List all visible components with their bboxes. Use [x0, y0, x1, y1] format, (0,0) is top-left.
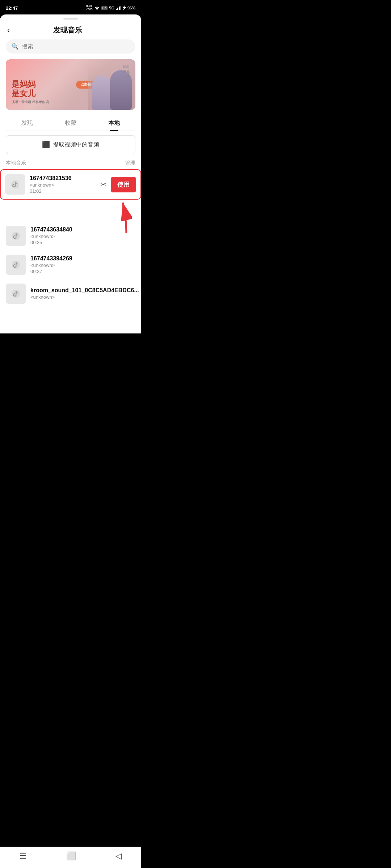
search-input[interactable] — [22, 43, 130, 50]
extract-audio-button[interactable]: ⬛ 提取视频中的音频 — [6, 135, 135, 154]
signal-5g: 5G — [109, 6, 114, 10]
speed-indicator: 8.00 KB/S — [86, 5, 93, 11]
thumbnail-4 — [6, 284, 26, 304]
red-arrow-icon — [103, 199, 132, 235]
music-artist-1: <unknown> — [30, 182, 96, 188]
battery-percent: 96% — [127, 6, 135, 10]
banner-title-line2: 是女儿 — [12, 89, 130, 98]
music-duration-2: 00:35 — [30, 240, 135, 245]
back-button[interactable]: ‹ — [7, 26, 10, 34]
music-duration-1: 01:02 — [30, 188, 96, 194]
thumbnail-1 — [5, 174, 25, 195]
section-title: 本地音乐 — [6, 160, 26, 166]
search-icon: 🔍 — [12, 43, 19, 50]
music-title-3: 1674743394269 — [30, 255, 135, 262]
search-bar[interactable]: 🔍 — [6, 39, 135, 54]
cut-icon-1[interactable]: ✂ — [100, 180, 106, 189]
page-title: 发现音乐 — [10, 25, 125, 35]
tab-favorites[interactable]: 收藏 — [49, 116, 92, 131]
tab-discover[interactable]: 发现 — [6, 116, 49, 131]
music-info-4: kroom_sound_101_0C8C5AD4EBDC6... <unknow… — [30, 287, 135, 301]
music-item-3[interactable]: 1674743394269 <unknown> 00:37 — [6, 250, 135, 279]
music-duration-3: 00:37 — [30, 269, 135, 274]
sheet-container: ‹ 发现音乐 🔍 词曲 唐笺 佰蕾 是妈妈 是女儿 演唱：黄绮珊 希林娜依·高 … — [0, 14, 141, 333]
music-title-1: 1674743821536 — [30, 175, 96, 182]
banner-song-info-3: 佰蕾 — [123, 75, 130, 78]
tiktok-icon-4 — [10, 288, 22, 299]
music-list: 1674743821536 <unknown> 01:02 ✂ 使用 — [0, 169, 141, 308]
tiktok-icon-1 — [9, 179, 21, 190]
bottom-spacer — [0, 308, 141, 333]
charging-icon — [122, 5, 126, 10]
music-artist-3: <unknown> — [30, 263, 135, 268]
music-title-4: kroom_sound_101_0C8C5AD4EBDC6... — [30, 287, 135, 294]
section-header: 本地音乐 管理 — [0, 160, 141, 169]
music-artist-4: <unknown> — [30, 294, 135, 300]
extract-icon: ⬛ — [42, 141, 50, 149]
music-item-1[interactable]: 1674743821536 <unknown> 01:02 ✂ 使用 — [0, 169, 141, 200]
tab-bar: 发现 收藏 本地 — [6, 116, 135, 131]
status-time: 22:47 — [6, 5, 18, 11]
banner-song-info-1: 词曲 — [123, 65, 130, 69]
music-actions-1: ✂ 使用 — [100, 177, 136, 192]
banner-subtitle: 演唱：黄绮珊 希林娜依·高 — [12, 100, 130, 105]
hd-badge: HD — [101, 6, 108, 10]
music-info-3: 1674743394269 <unknown> 00:37 — [30, 255, 135, 274]
banner[interactable]: 词曲 唐笺 佰蕾 是妈妈 是女儿 演唱：黄绮珊 希林娜依·高 点击拍摄 — [6, 59, 135, 110]
svg-rect-3 — [120, 6, 121, 10]
banner-title-line1: 是妈妈 — [12, 80, 130, 89]
music-info-1: 1674743821536 <unknown> 01:02 — [30, 175, 96, 194]
status-right: 8.00 KB/S HD 5G 96% — [86, 5, 135, 11]
banner-song-info-2: 唐笺 — [123, 70, 130, 73]
svg-rect-2 — [119, 7, 120, 10]
thumbnail-3 — [6, 255, 26, 275]
music-item-4[interactable]: kroom_sound_101_0C8C5AD4EBDC6... <unknow… — [6, 279, 135, 308]
signal-bars — [116, 6, 121, 10]
banner-text: 词曲 唐笺 佰蕾 是妈妈 是女儿 演唱：黄绮珊 希林娜依·高 — [6, 59, 135, 110]
svg-rect-1 — [117, 8, 118, 10]
status-bar: 22:47 8.00 KB/S HD 5G 96% — [0, 0, 141, 14]
thumbnail-2 — [6, 226, 26, 246]
extract-label: 提取视频中的音频 — [53, 141, 99, 149]
tiktok-icon-2 — [10, 230, 22, 242]
manage-button[interactable]: 管理 — [125, 160, 135, 166]
svg-rect-0 — [116, 9, 117, 10]
tiktok-icon-3 — [10, 259, 22, 271]
wifi-icon — [94, 5, 100, 10]
tab-local[interactable]: 本地 — [92, 116, 135, 131]
use-button-1[interactable]: 使用 — [111, 177, 136, 192]
page-header: ‹ 发现音乐 — [0, 20, 141, 39]
